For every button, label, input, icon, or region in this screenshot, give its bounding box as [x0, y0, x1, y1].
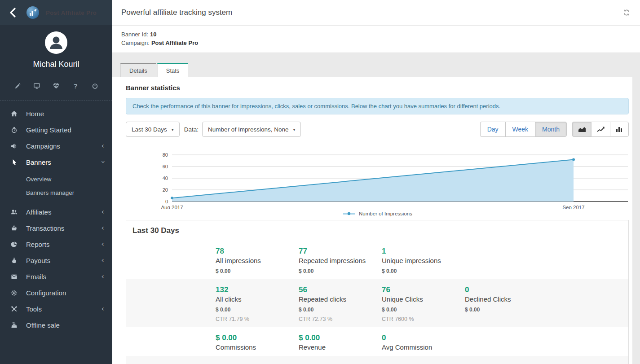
stopwatch-icon	[10, 126, 18, 133]
sidebar-menu: Home Getting Started Campaigns ‹ Banners…	[0, 101, 112, 333]
cash-register-icon	[10, 321, 18, 329]
svg-text:20: 20	[163, 187, 168, 193]
stat-all-impressions: 78 All impressions $ 0.00	[216, 241, 299, 279]
chevron-left-icon	[8, 6, 18, 19]
tab-details[interactable]: Details	[120, 63, 156, 77]
sidebar-item-payouts[interactable]: Payouts ‹	[0, 252, 112, 268]
sidebar-item-emails[interactable]: Emails ‹	[0, 268, 112, 285]
sidebar-item-campaigns[interactable]: Campaigns ‹	[0, 138, 112, 154]
chart-controls: Last 30 Days ▾ Data: Number of Impressio…	[126, 122, 629, 137]
svg-text:40: 40	[163, 175, 168, 181]
chevron-left-icon: ‹	[102, 305, 104, 312]
logout-button[interactable]	[90, 81, 100, 91]
tab-stats[interactable]: Stats	[157, 63, 189, 77]
banners-submenu: Overview Banners manager	[0, 170, 112, 204]
banner-id-value: 10	[150, 31, 156, 38]
sidebar-subitem-overview[interactable]: Overview	[0, 172, 112, 186]
health-button[interactable]	[51, 81, 61, 91]
next-period-row-peek	[126, 356, 628, 364]
power-icon	[92, 83, 98, 89]
monitor-icon	[33, 83, 40, 89]
line-chart-button[interactable]	[591, 122, 610, 137]
page-gap	[112, 53, 640, 63]
refresh-icon	[623, 9, 630, 16]
users-icon	[10, 208, 18, 215]
data-dropdown[interactable]: Number of Impressions, None ▾	[202, 122, 301, 137]
sidebar-item-offline-sale[interactable]: Offline sale	[0, 317, 112, 333]
pointer-icon	[10, 158, 18, 166]
sidebar-item-reports[interactable]: Reports ‹	[0, 236, 112, 252]
chevron-left-icon: ‹	[102, 208, 104, 215]
envelope-icon	[10, 273, 18, 280]
chevron-left-icon: ‹	[102, 224, 104, 232]
main-area: Powerful affiliate tracking system Banne…	[112, 0, 640, 364]
chevron-left-icon: ‹	[102, 142, 104, 149]
refresh-button[interactable]	[622, 8, 631, 18]
month-button[interactable]: Month	[535, 122, 567, 137]
legend-marker-icon	[342, 211, 356, 216]
app-logo[interactable]	[26, 6, 40, 19]
sidebar-subitem-banners-manager[interactable]: Banners manager	[0, 186, 112, 199]
user-profile: Michal Kouril	[0, 25, 112, 69]
edit-profile-button[interactable]	[13, 81, 22, 91]
week-button[interactable]: Week	[505, 122, 535, 137]
gear-icon	[10, 289, 18, 296]
home-icon	[10, 110, 18, 117]
person-icon	[45, 31, 67, 54]
stat-unique-clicks: 76 Unique Clicks $ 0.00 CTR 7600 %	[382, 279, 465, 327]
banner-info: Banner Id:10 Campaign:Post Affiliate Pro	[112, 26, 640, 53]
logo-wordmark: Post Affiliate Pro	[46, 9, 97, 16]
right-controls: Day Week Month	[480, 122, 629, 137]
bar-chart-icon	[615, 126, 623, 132]
screen-button[interactable]	[32, 81, 42, 91]
sidebar-header: Post Affiliate Pro	[0, 0, 112, 25]
profile-toolbar: ?	[0, 69, 112, 91]
svg-text:60: 60	[163, 164, 168, 169]
chart-type-group	[572, 122, 629, 137]
money-bag-icon	[10, 257, 18, 264]
top-bar: Powerful affiliate tracking system	[112, 0, 640, 26]
impressions-chart: 020406080Aug 2017Sep 2017 Number of Impr…	[126, 152, 629, 216]
impressions-row: 78 All impressions $ 0.00 77 Repeated im…	[126, 241, 628, 279]
chevron-left-icon: ‹	[102, 241, 104, 248]
summary-title: Last 30 Days	[126, 220, 628, 241]
stat-all-clicks: 132 All clicks $ 0.00 CTR 71.79 %	[216, 279, 299, 327]
sidebar-item-transactions[interactable]: Transactions ‹	[0, 220, 112, 236]
chart-legend: Number of Impressions	[126, 211, 629, 216]
chevron-down-icon: ‹	[99, 161, 106, 163]
sidebar-item-tools[interactable]: Tools ‹	[0, 301, 112, 317]
sidebar: Post Affiliate Pro Michal Kouril ?	[0, 0, 112, 364]
sidebar-item-configuration[interactable]: Configuration	[0, 285, 112, 301]
campaign-row: Campaign:Post Affiliate Pro	[121, 39, 631, 47]
bar-chart-button[interactable]	[610, 122, 629, 137]
stat-declined-clicks: 0 Declined Clicks $ 0.00	[465, 279, 548, 327]
info-box: Check the performance of this banner for…	[126, 98, 629, 114]
day-button[interactable]: Day	[480, 122, 505, 137]
sidebar-item-affiliates[interactable]: Affiliates ‹	[0, 204, 112, 220]
area-chart: 020406080Aug 2017Sep 2017	[126, 152, 629, 209]
data-label: Data:	[184, 126, 199, 133]
stat-repeated-impressions: 77 Repeated impressions $ 0.00	[299, 241, 382, 279]
clicks-row: 132 All clicks $ 0.00 CTR 71.79 % 56 Rep…	[126, 279, 628, 327]
section-heading: Banner statistics	[126, 84, 629, 92]
period-dropdown[interactable]: Last 30 Days ▾	[126, 122, 180, 137]
sidebar-item-getting-started[interactable]: Getting Started	[0, 122, 112, 138]
back-button[interactable]	[6, 6, 20, 19]
sidebar-item-banners[interactable]: Banners ‹	[0, 154, 112, 170]
chevron-left-icon: ‹	[102, 257, 104, 264]
pie-chart-icon	[10, 241, 18, 248]
caret-down-icon: ▾	[293, 127, 295, 132]
tools-icon	[10, 305, 18, 312]
help-button[interactable]: ?	[71, 81, 80, 91]
sidebar-item-home[interactable]: Home	[0, 105, 112, 122]
user-name: Michal Kouril	[0, 60, 112, 69]
area-chart-icon	[578, 126, 586, 132]
avatar[interactable]	[45, 31, 67, 54]
logo-icon	[26, 6, 40, 19]
banner-id-row: Banner Id:10	[121, 30, 631, 39]
stat-unique-impressions: 1 Unique impressions $ 0.00	[382, 241, 465, 279]
svg-text:80: 80	[163, 152, 168, 158]
pencil-icon	[14, 83, 21, 89]
stat-avg-commission: 0 Avg Commission	[382, 327, 465, 356]
area-chart-button[interactable]	[572, 122, 591, 137]
